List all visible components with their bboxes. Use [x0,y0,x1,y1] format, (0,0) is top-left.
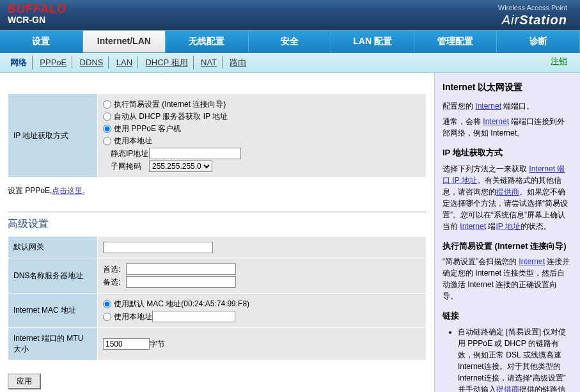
mac-manual-label: 使用本地址 [114,311,152,322]
tab-wireless[interactable]: 无线配置 [166,31,249,52]
radio-easy-label: 执行简易设置 (Internet 连接向导) [114,99,226,110]
help-panel: Internet 以太网设置 配置您的 Internet 端端口。 通常，会将 … [434,73,580,392]
radio-pppoe-label: 使用 PPPoE 客户机 [114,123,181,134]
static-ip-input[interactable] [149,148,241,159]
radio-mac-default[interactable] [103,300,111,308]
header: BUFFALO WCR-GN Wireless Access Point Air… [0,0,580,31]
subtab-route[interactable]: 路由 [224,56,251,70]
sub-tabs: 网络 PPPoE DDNS LAN DHCP 租用 NAT 路由 注销 [0,53,580,73]
help-link-provider-2[interactable]: 提供商 [496,385,519,393]
help-link-internet-2[interactable]: Internet [483,117,509,126]
radio-mac-manual[interactable] [103,313,111,321]
mtu-label: Internet 端口的 MTU 大小 [8,328,98,361]
pppoe-note: 设置 PPPoE,点击这里. [8,185,427,196]
tab-admin[interactable]: 管理配置 [414,31,498,52]
gateway-input[interactable] [103,242,213,253]
tab-lan-config[interactable]: LAN 配置 [331,31,414,52]
static-ip-label: 静态IP地址 [111,148,149,159]
help-h-link: 链接 [443,310,572,322]
pppoe-link[interactable]: 点击这里. [52,186,84,195]
apply-button[interactable]: 应用 [8,373,41,389]
netmask-label: 子网掩码 [111,161,149,172]
brand: AirStation [502,13,567,27]
main-tabs: 设置 Internet/LAN 无线配置 安全 LAN 配置 管理配置 诊断 [0,31,580,53]
tagline: Wireless Access Point [498,4,567,12]
netmask-select[interactable]: 255.255.255.0 [149,161,212,172]
separator [8,212,427,212]
dns-primary-input[interactable] [126,263,236,275]
help-link-provider-1[interactable]: 提供商 [496,187,519,196]
subtab-lan[interactable]: LAN [111,56,138,68]
radio-manual[interactable] [103,137,111,145]
dns-secondary-label: 备选: [103,277,126,288]
mac-default-label: 使用默认 MAC 地址(00:24:A5:74:99:F8) [114,299,249,310]
mtu-input[interactable] [103,338,150,350]
subtab-ddns[interactable]: DDNS [75,56,109,68]
help-link-ip-address[interactable]: IP 地址 [496,222,520,231]
tab-security[interactable]: 安全 [249,31,332,52]
advanced-title: 高级设置 [8,217,427,231]
help-title: Internet 以太网设置 [443,81,572,94]
help-link-internet-4[interactable]: Internet [519,257,545,266]
gateway-label: 默认网关 [8,237,98,258]
advanced-table: 默认网关 DNS名称服务器地址 首选: 备选: Internet MAC 地址 … [8,236,427,361]
radio-pppoe[interactable] [103,125,111,133]
main-content: IP 地址获取方式 执行简易设置 (Internet 连接向导) 自动从 DHC… [0,73,434,392]
mac-input[interactable] [152,311,235,322]
subtab-nat[interactable]: NAT [196,56,223,68]
tab-internet-lan[interactable]: Internet/LAN [83,31,166,52]
ip-method-table: IP 地址获取方式 执行简易设置 (Internet 连接向导) 自动从 DHC… [8,93,427,178]
help-link-internet-1[interactable]: Internet [475,102,501,111]
subtab-network[interactable]: 网络 [5,56,33,70]
ip-method-label: IP 地址获取方式 [8,94,98,178]
dns-secondary-input[interactable] [126,276,236,288]
radio-manual-label: 使用本地址 [114,136,152,146]
help-li-1: 自动链路确定 [简易设置] 仅对使用 PPPoE 或 DHCP 的链路有效，例如… [458,326,572,393]
radio-dhcp-label: 自动从 DHCP 服务器获取 IP 地址 [114,111,228,122]
help-h-ipmethod: IP 地址获取方式 [443,146,572,159]
radio-dhcp[interactable] [103,113,111,121]
tab-setup[interactable]: 设置 [0,31,83,52]
logout-link[interactable]: 注销 [551,56,567,67]
subtab-dhcp[interactable]: DHCP 租用 [140,56,193,70]
help-link-internet-3[interactable]: Internet [460,222,486,231]
subtab-pppoe[interactable]: PPPoE [35,56,72,68]
model-name: WCR-GN [8,15,572,25]
dns-primary-label: 首选: [103,264,126,275]
dns-label: DNS名称服务器地址 [8,258,98,294]
logo: BUFFALO [8,3,572,16]
radio-easy[interactable] [103,100,111,109]
mtu-unit: 字节 [150,340,165,349]
tab-diag[interactable]: 诊断 [497,31,580,52]
help-h-easy: 执行简易设置 (Internet 连接向导) [443,240,572,253]
mac-label: Internet MAC 地址 [8,294,98,328]
